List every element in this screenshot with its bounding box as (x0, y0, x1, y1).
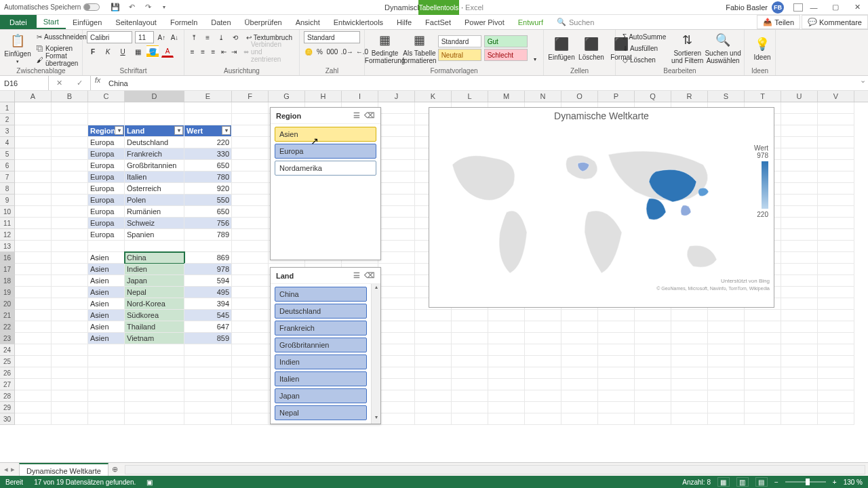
multi-select-icon[interactable]: ☰ (353, 111, 360, 120)
select-all-corner[interactable] (0, 91, 15, 102)
cell[interactable] (15, 287, 52, 298)
cell[interactable]: 756 (184, 218, 232, 229)
cell[interactable] (781, 183, 818, 195)
cell[interactable] (488, 356, 525, 367)
cell[interactable] (378, 264, 415, 275)
cell[interactable] (52, 287, 88, 298)
cell[interactable] (52, 241, 88, 252)
cell[interactable] (488, 344, 525, 356)
align-bottom-icon[interactable]: ⤓ (216, 31, 226, 43)
cell[interactable] (525, 310, 561, 321)
cell[interactable] (525, 413, 561, 425)
cell[interactable] (88, 241, 125, 252)
cell[interactable] (15, 102, 52, 114)
row-header[interactable]: 3 (0, 125, 15, 137)
fx-icon[interactable]: fx (91, 76, 104, 90)
cell[interactable] (708, 344, 745, 356)
cell[interactable] (15, 379, 52, 390)
paste-button[interactable]: 📋Einfügen▾ (4, 31, 31, 66)
cell[interactable] (488, 379, 525, 390)
cell[interactable]: Europa (88, 183, 125, 195)
cell[interactable]: Asien (88, 275, 125, 287)
name-box[interactable]: D16 (0, 76, 49, 90)
map-chart[interactable]: Dynamische Weltkarte (429, 107, 774, 308)
cell[interactable] (52, 229, 88, 241)
cell[interactable] (52, 160, 88, 171)
cell[interactable] (15, 229, 52, 241)
cell[interactable]: 220 (184, 137, 232, 148)
column-header[interactable]: D (125, 91, 184, 102)
enter-formula-icon[interactable]: ✓ (77, 79, 83, 87)
cell[interactable]: Asien (88, 333, 125, 344)
ribbon-tab-entwicklertools[interactable]: Entwicklertools (327, 15, 390, 29)
cell[interactable] (15, 275, 52, 287)
cell[interactable] (378, 125, 415, 137)
cell[interactable]: 978 (184, 264, 232, 275)
cell[interactable] (232, 390, 269, 402)
cell[interactable] (708, 310, 745, 321)
column-header[interactable]: A (15, 91, 52, 102)
cell[interactable] (818, 183, 854, 195)
cell[interactable] (635, 356, 671, 367)
cell[interactable] (125, 114, 184, 125)
cell[interactable] (378, 137, 415, 148)
autosum-button[interactable]: ΣAutoSumme (620, 31, 669, 42)
find-select-button[interactable]: 🔍Suchen und Auswählen (706, 30, 740, 66)
sort-filter-button[interactable]: ⇅Sortieren und Filtern (671, 30, 703, 66)
comma-icon[interactable]: 000 (326, 45, 338, 58)
cell[interactable]: Asien (88, 310, 125, 321)
cell[interactable] (184, 413, 232, 425)
cell[interactable] (598, 344, 635, 356)
column-header[interactable]: G (269, 91, 305, 102)
cell[interactable] (818, 218, 854, 229)
cell[interactable] (15, 171, 52, 183)
cell[interactable] (15, 264, 52, 275)
cell[interactable] (488, 413, 525, 425)
cell[interactable] (232, 195, 269, 206)
slicer-item[interactable]: Frankreich (275, 321, 367, 336)
cell[interactable] (671, 367, 708, 379)
row-header[interactable]: 12 (0, 229, 15, 241)
cell[interactable] (415, 379, 452, 390)
cell[interactable]: Nord-Korea (125, 298, 184, 310)
row-header[interactable]: 29 (0, 402, 15, 413)
cell[interactable] (745, 321, 781, 333)
styles-more-icon[interactable]: ▾ (532, 53, 539, 65)
cell[interactable] (15, 390, 52, 402)
ribbon-tab-seitenlayout[interactable]: Seitenlayout (108, 15, 163, 29)
cell[interactable] (598, 402, 635, 413)
column-header[interactable]: F (232, 91, 269, 102)
clear-filter-icon[interactable]: ⌫ (364, 271, 375, 280)
italic-button[interactable]: K (102, 45, 114, 58)
cell[interactable] (15, 252, 52, 264)
ribbon-tab-einfügen[interactable]: Einfügen (66, 15, 108, 29)
cell[interactable] (232, 298, 269, 310)
cell[interactable] (818, 264, 854, 275)
row-header[interactable]: 8 (0, 183, 15, 195)
slicer-item[interactable]: Großbritannien (275, 338, 367, 352)
cell[interactable] (88, 344, 125, 356)
tell-me-search[interactable]: 🔍 Suchen (557, 15, 594, 29)
cell[interactable] (125, 402, 184, 413)
cell[interactable] (781, 218, 818, 229)
cell[interactable] (781, 310, 818, 321)
cell[interactable] (781, 344, 818, 356)
cell[interactable] (415, 390, 452, 402)
cell[interactable] (88, 413, 125, 425)
cell[interactable] (635, 321, 671, 333)
cell[interactable] (818, 344, 854, 356)
cell[interactable] (671, 390, 708, 402)
cell[interactable] (415, 310, 452, 321)
cell[interactable] (52, 137, 88, 148)
cell[interactable] (15, 321, 52, 333)
cell[interactable] (452, 413, 488, 425)
cell[interactable]: Asien (88, 264, 125, 275)
cell[interactable]: Südkorea (125, 310, 184, 321)
cell[interactable] (125, 344, 184, 356)
cell[interactable]: Schweiz (125, 218, 184, 229)
cell[interactable] (452, 333, 488, 344)
cell[interactable] (52, 321, 88, 333)
slicer-item[interactable]: Japan (275, 388, 367, 403)
cell[interactable] (781, 275, 818, 287)
column-header[interactable]: C (88, 91, 125, 102)
